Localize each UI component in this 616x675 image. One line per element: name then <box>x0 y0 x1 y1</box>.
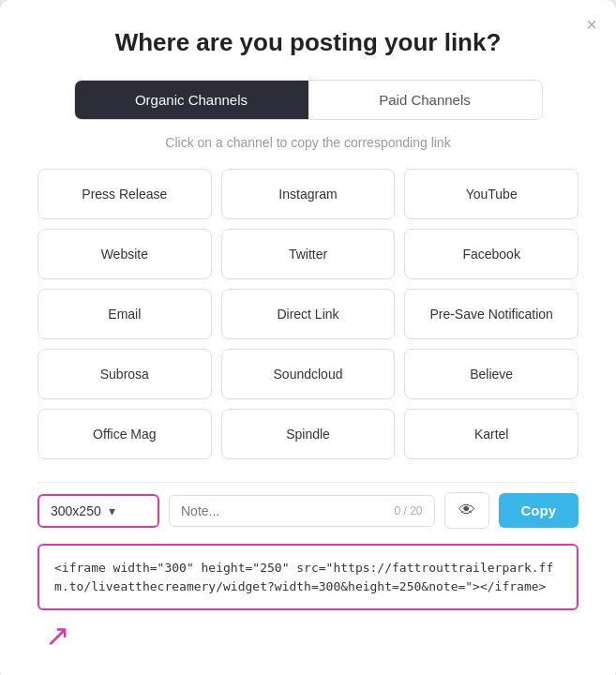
channel-email[interactable]: Email <box>38 289 212 339</box>
arrow-container: ↗ <box>38 618 578 653</box>
modal-container: × Where are you posting your link? Organ… <box>0 0 616 675</box>
bottom-bar: 300x250 ▾ 0 / 20 👁 Copy <box>38 482 578 529</box>
chevron-down-icon: ▾ <box>109 503 146 518</box>
arrow-icon: ↗ <box>45 618 70 653</box>
tab-bar: Organic Channels Paid Channels <box>74 80 543 120</box>
channel-press-release[interactable]: Press Release <box>38 169 212 219</box>
channel-twitter[interactable]: Twitter <box>221 229 396 279</box>
note-input[interactable] <box>181 503 386 518</box>
eye-icon: 👁 <box>458 501 475 520</box>
channel-soundcloud[interactable]: Soundcloud <box>221 349 396 399</box>
channel-believe[interactable]: Believe <box>404 349 578 399</box>
channel-website[interactable]: Website <box>38 229 212 279</box>
channel-subrosa[interactable]: Subrosa <box>38 349 212 399</box>
copy-button[interactable]: Copy <box>499 493 579 528</box>
note-field-wrapper: 0 / 20 <box>169 495 435 527</box>
tab-organic-channels[interactable]: Organic Channels <box>75 81 308 119</box>
code-box: <iframe width="300" height="250" src="ht… <box>38 544 578 610</box>
channel-kartel[interactable]: Kartel <box>404 409 578 459</box>
note-char-count: 0 / 20 <box>394 504 422 518</box>
channel-instagram[interactable]: Instagram <box>221 169 396 219</box>
size-select[interactable]: 300x250 ▾ <box>38 494 159 528</box>
channel-youtube[interactable]: YouTube <box>404 169 578 219</box>
close-button[interactable]: × <box>586 15 597 34</box>
tab-paid-channels[interactable]: Paid Channels <box>308 81 542 119</box>
modal-title: Where are you posting your link? <box>38 28 578 57</box>
channel-facebook[interactable]: Facebook <box>404 229 578 279</box>
size-value: 300x250 <box>51 503 101 518</box>
channel-grid: Press Release Instagram YouTube Website … <box>38 169 578 459</box>
channel-direct-link[interactable]: Direct Link <box>221 289 396 339</box>
channel-office-mag[interactable]: Office Mag <box>38 409 212 459</box>
subtitle-text: Click on a channel to copy the correspon… <box>38 135 578 150</box>
channel-spindle[interactable]: Spindle <box>221 409 396 459</box>
preview-button[interactable]: 👁 <box>444 492 489 529</box>
channel-pre-save[interactable]: Pre-Save Notification <box>404 289 578 339</box>
